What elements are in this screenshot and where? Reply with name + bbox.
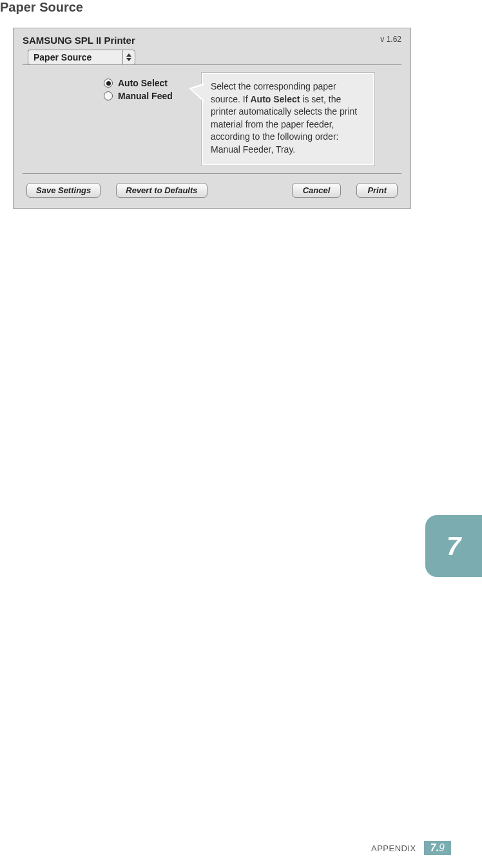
- revert-defaults-button[interactable]: Revert to Defaults: [116, 183, 207, 198]
- footer-page-tab: 7.9: [424, 841, 451, 855]
- print-dialog: SAMSUNG SPL II Printer v 1.62 Paper Sour…: [13, 28, 411, 209]
- dropdown-selected-label: Paper Source: [28, 50, 122, 65]
- help-callout: Select the corresponding paper source. I…: [202, 73, 374, 165]
- callout-pointer-icon: [191, 85, 204, 100]
- panel-body: Auto Select Manual Feed Select the corre…: [23, 64, 401, 174]
- dialog-title: SAMSUNG SPL II Printer: [23, 35, 135, 46]
- page-heading: Paper Source: [0, 0, 482, 15]
- radio-icon-selected: [104, 79, 113, 88]
- tab-dropdown[interactable]: Paper Source: [28, 50, 135, 65]
- dialog-header: SAMSUNG SPL II Printer v 1.62: [23, 35, 401, 46]
- dialog-button-row: Save Settings Revert to Defaults Cancel …: [23, 183, 401, 198]
- footer-section-label: APPENDIX: [371, 844, 416, 853]
- footer-page: 9: [439, 842, 445, 853]
- radio-label: Manual Feed: [118, 91, 173, 101]
- page-footer: APPENDIX 7.9: [371, 841, 451, 855]
- stepper-icon: [122, 50, 135, 65]
- dialog-version: v 1.62: [380, 35, 401, 44]
- cancel-button[interactable]: Cancel: [292, 183, 342, 198]
- print-button[interactable]: Print: [356, 183, 398, 198]
- save-settings-button[interactable]: Save Settings: [26, 183, 101, 198]
- callout-text-bold: Auto Select: [250, 94, 300, 104]
- radio-label: Auto Select: [118, 78, 168, 88]
- radio-icon-unselected: [104, 91, 113, 100]
- footer-chapter: 7.: [430, 842, 439, 853]
- chapter-tab: 7: [425, 515, 482, 577]
